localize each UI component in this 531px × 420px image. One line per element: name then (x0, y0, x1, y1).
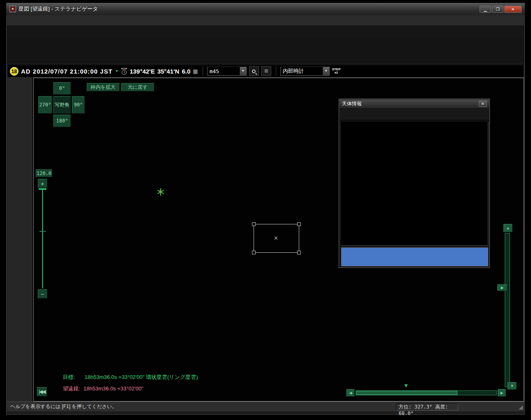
info-panel-text (341, 122, 488, 246)
info-panel-close-button[interactable]: ✕ (479, 101, 487, 107)
zoom-to-frame-button[interactable]: 枠内を拡大 (87, 83, 120, 91)
rewind-button[interactable]: |◀◀ (37, 387, 47, 396)
zoom-out-button[interactable]: − (38, 289, 47, 298)
close-button[interactable]: ✕ (504, 6, 522, 13)
toolbar-tabs (7, 26, 524, 37)
clock-source-combo[interactable]: 内部時計 ▼ (280, 67, 330, 76)
latitude-display[interactable]: 35°41'N (157, 68, 180, 75)
telescope-az-marker: ▼ (403, 383, 409, 388)
telescope-field-frame[interactable]: ✕ (254, 224, 299, 253)
frame-handle[interactable] (252, 222, 256, 226)
info-panel-title: 天体情報 (342, 100, 479, 107)
datetime-dropdown-icon[interactable]: ▼ (115, 69, 119, 73)
fov-0-button[interactable]: 0° (53, 82, 71, 95)
frame-handle[interactable] (297, 251, 301, 254)
step-multiplier[interactable]: STEPx2 (332, 68, 341, 74)
info-panel-toolbar (339, 109, 489, 120)
screen: ✦ 星図 [望遠鏡] - ステラナビゲータ ▁ ❐ ✕ 18 AD 2012/0… (0, 0, 531, 420)
clock-source-dropdown-icon[interactable]: ▼ (323, 67, 329, 75)
app-icon: ✦ (9, 6, 16, 12)
fov-90-button[interactable]: 90° (72, 96, 85, 113)
now-clock-icon[interactable]: NOW (121, 67, 127, 75)
datetime-display[interactable]: AD 2012/07/07 21:00:00 JST (21, 68, 113, 75)
horizontal-scroll-thumb[interactable] (356, 391, 457, 395)
clock-source-value: 内部時計 (281, 67, 323, 75)
scroll-up-button[interactable]: ▲ (503, 224, 513, 232)
window-title: 星図 [望遠鏡] - ステラナビゲータ (18, 5, 479, 13)
object-search-combo[interactable]: m45 ▼ (207, 67, 247, 76)
zoom-slider-thumb[interactable] (39, 188, 46, 190)
fov-270-button[interactable]: 270° (38, 96, 52, 113)
frame-handle[interactable] (297, 222, 301, 226)
search-input[interactable]: m45 (208, 68, 240, 74)
search-icon (252, 69, 256, 73)
restore-view-button[interactable]: 元に戻す (121, 83, 154, 91)
left-sidebar (7, 78, 33, 402)
fov-180-button[interactable]: 180° (53, 115, 71, 127)
limiting-magnitude[interactable]: 6.0 (182, 68, 190, 75)
ribbon-toolbar (7, 37, 524, 65)
cursor-coordinates: 方位: 327.3° 高度: 68.0° (396, 403, 458, 411)
object-info-panel[interactable]: 天体情報 ✕ (338, 98, 490, 268)
altitude-graph (341, 247, 488, 266)
magnitude-settings-icon[interactable]: ▦ (193, 68, 198, 74)
zoom-in-button[interactable]: + (38, 179, 47, 188)
zoom-slider-tick (39, 231, 46, 232)
fov-value-display: 120.0 (36, 169, 52, 177)
longitude-display[interactable]: 139°42'E (129, 68, 155, 75)
info-panel-titlebar[interactable]: 天体情報 ✕ (339, 99, 489, 108)
status-help-text: ヘルプを表示するには [F1] を押してください。 (7, 403, 396, 410)
app-window: ✦ 星図 [望遠鏡] - ステラナビゲータ ▁ ❐ ✕ 18 AD 2012/0… (6, 2, 525, 415)
scroll-right-button[interactable]: ▶ (498, 389, 506, 397)
zoom-slider-track[interactable] (42, 189, 43, 288)
vertical-scrollbar[interactable] (505, 233, 510, 387)
search-button[interactable] (249, 66, 259, 76)
status-bar: ヘルプを表示するには [F1] を押してください。 方位: 327.3° 高度:… (7, 402, 524, 411)
telescope-coordinates: 望遠鏡: 18h53m36.0s +33°02'00" (37, 379, 143, 399)
scroll-down-button[interactable]: ▼ (508, 382, 517, 390)
time-bar: 18 AD 2012/07/07 21:00:00 JST ▼ NOW 139°… (7, 65, 524, 78)
telescope-alt-marker: ▶ (497, 284, 507, 291)
search-dropdown-icon[interactable]: ▼ (240, 67, 246, 75)
minimize-button[interactable]: ▁ (480, 6, 491, 13)
target-marker (157, 188, 164, 196)
frame-center-mark: ✕ (274, 235, 278, 241)
object-list-button[interactable]: ≡ (261, 66, 271, 76)
scroll-left-button[interactable]: ◀ (346, 389, 355, 397)
resize-grip[interactable]: ◢ (519, 404, 523, 410)
fov-angle-label: 写野角 (53, 96, 71, 113)
maximize-button[interactable]: ❐ (492, 6, 503, 13)
frame-handle[interactable] (252, 251, 256, 254)
menu-bar (7, 15, 524, 26)
title-bar[interactable]: ✦ 星図 [望遠鏡] - ステラナビゲータ ▁ ❐ ✕ (6, 3, 525, 15)
step-count-badge[interactable]: 18 (10, 67, 18, 76)
